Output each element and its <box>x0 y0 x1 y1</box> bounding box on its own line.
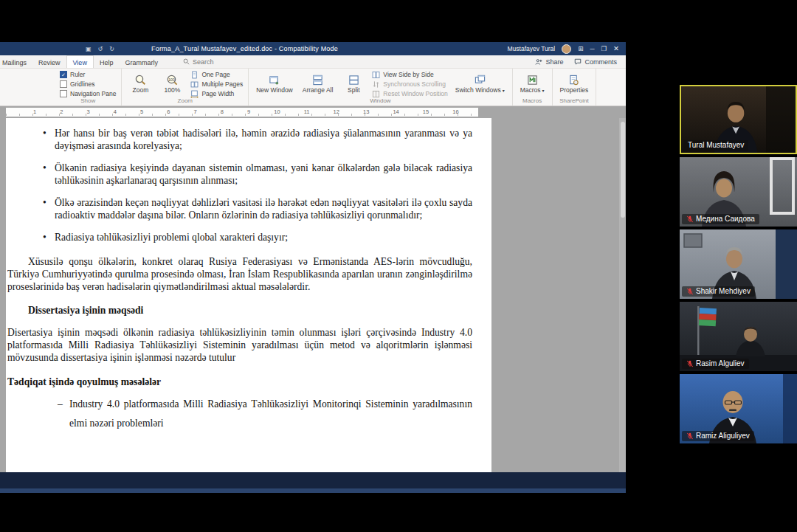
account-avatar[interactable] <box>562 44 571 54</box>
scrollbar-thumb[interactable] <box>621 122 625 218</box>
sync-scrolling-icon <box>372 80 380 89</box>
bullet-item: Ölkənin radiasiya keşiyində dayanan sist… <box>55 162 472 187</box>
zoom-100-icon: 100 <box>166 74 178 86</box>
save-icon[interactable]: ▣ <box>86 46 92 52</box>
arrange-all-icon <box>312 75 323 86</box>
side-by-side-icon <box>372 71 380 79</box>
reset-window-icon <box>372 90 380 98</box>
ribbon-group-sharepoint: Properties SharePoint <box>553 69 597 106</box>
svg-text:100: 100 <box>169 77 176 82</box>
ribbon-tabs: Mailings Review View Help Grammarly <box>0 55 164 68</box>
checkbox-checked-icon: ✓ <box>60 71 67 78</box>
checkbox-icon <box>60 90 67 97</box>
switch-windows-button[interactable]: Switch Windows▾ <box>453 73 507 96</box>
document-page[interactable]: Hər hansı bir baş verən təbiət hadisələr… <box>6 118 491 472</box>
view-side-by-side-button[interactable]: View Side by Side <box>372 71 447 79</box>
participant-tile-shakir-mehdiyev[interactable]: Shakir Mehdiyev <box>680 229 797 299</box>
one-page-icon <box>190 71 199 79</box>
split-icon <box>348 75 359 86</box>
paragraph-dissertation-goal: Disertasiya işinin məqsədi ölkənin radia… <box>7 326 472 364</box>
group-label-window: Window <box>254 98 507 106</box>
muted-mic-icon <box>686 215 694 223</box>
restore-button[interactable]: ❐ <box>601 46 607 52</box>
ruler-bar: 1 2 3 4 5 6 7 8 9 10 11 12 13 14 15 16 <box>0 106 626 118</box>
properties-icon <box>568 75 579 86</box>
participant-name-label: Rasim Alguliev <box>682 359 749 369</box>
muted-mic-icon <box>686 432 694 440</box>
task-item: –Industry 4.0 platformasıda Milli Radias… <box>69 395 472 433</box>
macros-button[interactable]: Macros▾ <box>518 73 547 96</box>
synchronous-scrolling-button[interactable]: Synchronous Scrolling <box>372 80 447 89</box>
ribbon-group-zoom: Zoom 100 100% One Page Multiple Pages <box>122 69 249 106</box>
zoom-button[interactable]: Zoom <box>127 72 153 96</box>
ribbon-group-macros: Macros▾ Macros <box>513 69 553 106</box>
macros-icon <box>527 75 538 86</box>
document-area: Hər hansı bir baş verən təbiət hadisələr… <box>0 118 626 472</box>
ruler-checkbox[interactable]: ✓ Ruler <box>60 71 116 78</box>
document-title: Forma_A_Tural Mustafayev_edited.doc - Co… <box>151 45 338 52</box>
ribbon-group-show: ✓ Ruler Gridlines Navigation Pane Show <box>55 69 122 106</box>
redo-icon[interactable]: ↻ <box>109 46 114 52</box>
share-button[interactable]: Share <box>535 58 563 66</box>
zoom-magnifier-icon <box>134 74 146 86</box>
gridlines-checkbox[interactable]: Gridlines <box>60 80 116 88</box>
page-width-icon <box>190 90 199 98</box>
switch-windows-icon <box>475 75 486 86</box>
group-label-macros: Macros <box>518 98 547 106</box>
group-label-show: Show <box>60 98 116 106</box>
comments-button[interactable]: Comments <box>574 58 617 66</box>
muted-mic-icon <box>686 360 694 367</box>
heading-dissertation-goal: Dissertasiya işinin məqsədi <box>28 304 472 317</box>
ribbon-tabs-row: Mailings Review View Help Grammarly Sear… <box>0 55 626 69</box>
heading-research-tasks: Tədqiqat işində qoyulmuş məsələlər <box>7 376 472 388</box>
close-button[interactable]: ✕ <box>613 45 619 52</box>
participant-tile-ramiz-aliguliyev[interactable]: Ramiz Aliguliyev <box>680 374 797 443</box>
navigation-pane-checkbox[interactable]: Navigation Pane <box>60 90 116 97</box>
tab-review[interactable]: Review <box>32 55 66 68</box>
vertical-scrollbar[interactable] <box>619 118 626 472</box>
multiple-pages-button[interactable]: Multiple Pages <box>190 80 243 89</box>
dash-marker: – <box>58 395 63 414</box>
dropdown-caret-icon: ▾ <box>542 89 545 93</box>
ruler-numbers: 1 2 3 4 5 6 7 8 9 10 11 12 13 14 15 16 <box>33 108 459 115</box>
tab-view[interactable]: View <box>66 55 94 68</box>
share-icon <box>535 58 542 66</box>
search-icon <box>183 58 190 65</box>
participant-name-label: Ramiz Aliguliyev <box>682 431 754 441</box>
participant-tile-rasim-alguliev[interactable]: Rasim Alguliev <box>680 302 797 371</box>
undo-icon[interactable]: ↺ <box>98 46 103 52</box>
page-width-button[interactable]: Page Width <box>190 90 243 98</box>
zoom-100-button[interactable]: 100 100% <box>159 72 185 96</box>
multiple-pages-icon <box>190 80 199 89</box>
group-label-zoom: Zoom <box>127 98 243 106</box>
bullet-item: Hər hansı bir baş verən təbiət hadisələr… <box>55 127 472 152</box>
participant-name-label: Tural Mustafayev <box>683 140 748 151</box>
tab-mailings[interactable]: Mailings <box>0 55 32 68</box>
minimize-button[interactable]: ─ <box>590 46 594 52</box>
arrange-all-button[interactable]: Arrange All <box>300 73 336 96</box>
reset-window-position-button[interactable]: Reset Window Position <box>372 90 447 98</box>
tab-grammarly[interactable]: Grammarly <box>119 55 164 68</box>
word-title-bar: ▣ ↺ ↻ Forma_A_Tural Mustafayev_edited.do… <box>0 42 626 55</box>
participant-name-label: Медина Саидова <box>682 214 759 224</box>
checkbox-icon <box>60 80 67 88</box>
group-label-sharepoint: SharePoint <box>558 98 591 106</box>
participants-panel: Tural Mustafayev Медина Саидова <box>680 85 797 443</box>
participant-tile-tural-mustafayev[interactable]: Tural Mustafayev <box>680 85 797 154</box>
horizontal-ruler[interactable]: 1 2 3 4 5 6 7 8 9 10 11 12 13 14 15 16 <box>6 108 478 117</box>
tab-help[interactable]: Help <box>94 55 120 68</box>
status-bar <box>0 472 626 493</box>
new-window-icon <box>269 75 280 86</box>
new-window-button[interactable]: New Window <box>254 73 295 96</box>
split-button[interactable]: Split <box>340 73 367 96</box>
bullet-item: Radiasiya təhlükəsizliyi problemi qlobal… <box>55 231 472 243</box>
properties-button[interactable]: Properties <box>558 73 591 96</box>
one-page-button[interactable]: One Page <box>190 71 243 79</box>
paragraph-regional-context: Xüsusilə qonşu ölkələrin, konkret olaraq… <box>7 255 472 293</box>
search-box[interactable]: Search <box>183 58 214 66</box>
participant-tile-medina-saidova[interactable]: Медина Саидова <box>680 157 797 227</box>
participant-name-label: Shakir Mehdiyev <box>682 286 755 297</box>
ribbon-options-icon[interactable]: ⊞ <box>578 46 583 52</box>
account-user-name[interactable]: Mustafayev Tural <box>508 45 556 52</box>
ribbon-group-window: New Window Arrange All Split View Side b… <box>249 69 513 106</box>
